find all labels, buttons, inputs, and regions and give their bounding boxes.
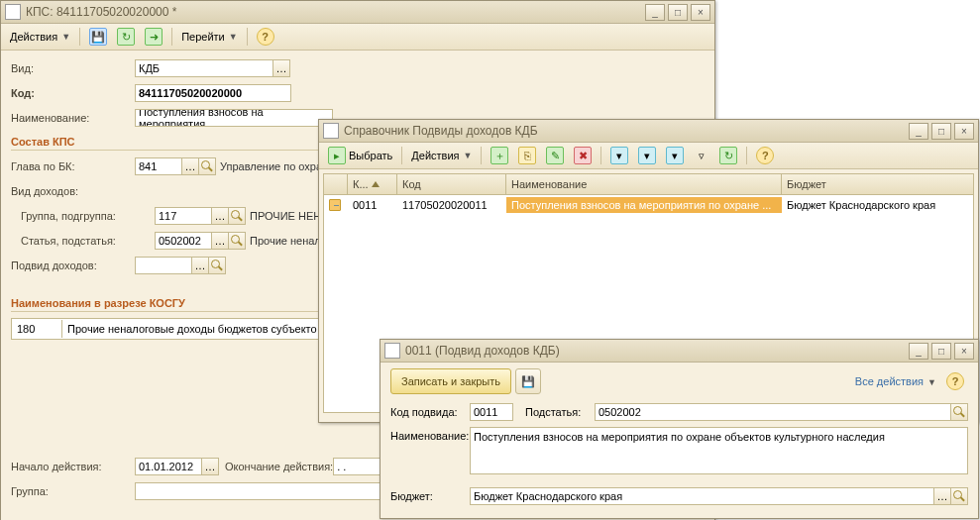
cell-kod: 11705020020011 bbox=[397, 197, 506, 213]
naimp-label: Наименование: bbox=[390, 427, 470, 442]
actions-menu[interactable]: Действия▼ bbox=[407, 148, 476, 163]
help-icon[interactable]: ? bbox=[253, 26, 278, 48]
delete-icon[interactable]: ✖ bbox=[570, 145, 596, 166]
save-close-button[interactable]: Записать и закрыть bbox=[390, 368, 511, 394]
budget-search[interactable] bbox=[950, 487, 968, 505]
col-budget[interactable]: Бюджет bbox=[782, 174, 973, 194]
grp-picker[interactable]: … bbox=[211, 207, 229, 225]
all-actions-menu[interactable]: Все действия ▼ bbox=[855, 375, 936, 387]
gruppa-input[interactable] bbox=[135, 482, 392, 500]
maximize-button[interactable]: □ bbox=[931, 123, 951, 140]
gruppa-label: Группа: bbox=[11, 485, 135, 497]
go-icon[interactable]: ➜ bbox=[141, 26, 166, 48]
filter-off-icon[interactable]: ▿ bbox=[690, 146, 713, 165]
kps-titlebar[interactable]: КПС: 84111705020020000 * _ □ × bbox=[1, 1, 714, 24]
vid-label: Вид: bbox=[11, 62, 135, 74]
filter1-icon[interactable]: ▾ bbox=[606, 145, 632, 166]
sort-asc-icon bbox=[372, 181, 380, 187]
help-icon[interactable]: ? bbox=[752, 145, 778, 166]
stat-label: Статья, подстатья: bbox=[11, 235, 155, 247]
subtype-window: 0011 (Подвид доходов КДБ) _ □ × Записать… bbox=[380, 339, 979, 519]
help-icon[interactable]: ? bbox=[942, 370, 968, 392]
glava-picker[interactable]: … bbox=[181, 157, 199, 175]
vid-picker[interactable]: … bbox=[272, 59, 290, 77]
dir-title: Справочник Подвиды доходов КДБ bbox=[344, 124, 538, 138]
grp-input[interactable]: 117 bbox=[155, 207, 212, 225]
cell-budget: Бюджет Краснодарского края bbox=[782, 197, 973, 213]
sub-input[interactable]: 0502002 bbox=[595, 403, 951, 421]
sub-label: Подстатья: bbox=[525, 406, 595, 418]
close-button[interactable]: × bbox=[691, 4, 710, 21]
close-button[interactable]: × bbox=[954, 343, 974, 360]
kod-input[interactable]: 84111705020020000 bbox=[135, 84, 291, 102]
kod-label: Код: bbox=[11, 87, 135, 99]
cell-naim: Поступления взносов на мероприятия по ох… bbox=[506, 197, 782, 213]
minimize-button[interactable]: _ bbox=[645, 4, 665, 21]
goto-menu[interactable]: Перейти▼ bbox=[177, 29, 242, 45]
copy-icon[interactable]: ⎘ bbox=[514, 145, 540, 166]
pod-picker[interactable]: … bbox=[191, 257, 209, 274]
naim-input[interactable]: Поступления взносов на мероприятия bbox=[135, 109, 333, 127]
window-icon bbox=[5, 4, 21, 20]
sub-search[interactable] bbox=[950, 403, 968, 421]
kps-toolbar: Действия▼ 💾 ↻ ➜ Перейти▼ ? bbox=[1, 24, 714, 51]
vid-doh-label: Вид доходов: bbox=[11, 185, 135, 197]
pod-label: Подвид доходов: bbox=[11, 260, 135, 271]
minimize-button[interactable]: _ bbox=[909, 123, 928, 140]
glava-desc: Управление по охране bbox=[220, 160, 334, 172]
pod-input[interactable] bbox=[135, 257, 192, 274]
col-naim[interactable]: Наименование bbox=[506, 174, 782, 194]
vid-input[interactable]: КДБ bbox=[135, 59, 273, 77]
minimize-button[interactable]: _ bbox=[909, 343, 928, 360]
nach-label: Начало действия: bbox=[11, 461, 135, 472]
actions-menu[interactable]: Действия▼ bbox=[6, 29, 74, 45]
grp-label: Группа, подгруппа: bbox=[11, 210, 155, 222]
dir-titlebar[interactable]: Справочник Подвиды доходов КДБ _ □ × bbox=[319, 120, 978, 143]
sub-titlebar[interactable]: 0011 (Подвид доходов КДБ) _ □ × bbox=[381, 340, 978, 363]
maximize-button[interactable]: □ bbox=[668, 4, 688, 21]
table-row[interactable]: – 0011 11705020020011 Поступления взносо… bbox=[324, 195, 973, 215]
cell-k: 0011 bbox=[348, 197, 397, 213]
stat-picker[interactable]: … bbox=[211, 232, 229, 250]
stat-search[interactable] bbox=[228, 232, 246, 250]
window-icon bbox=[384, 343, 400, 359]
dir-toolbar: ▸Выбрать Действия▼ ＋ ⎘ ✎ ✖ ▾ ▾ ▾ ▿ ↻ ? bbox=[319, 143, 978, 169]
okon-label: Окончание действия: bbox=[225, 461, 333, 472]
glava-search[interactable] bbox=[198, 157, 216, 175]
add-icon[interactable]: ＋ bbox=[487, 145, 512, 166]
window-icon bbox=[323, 123, 339, 139]
filter2-icon[interactable]: ▾ bbox=[634, 145, 660, 166]
budget-input[interactable]: Бюджет Краснодарского края bbox=[470, 487, 934, 505]
save-icon[interactable]: 💾 bbox=[515, 368, 541, 394]
close-button[interactable]: × bbox=[954, 123, 974, 140]
naimp-input[interactable] bbox=[470, 427, 968, 474]
budget-label: Бюджет: bbox=[390, 490, 470, 502]
pod-search[interactable] bbox=[208, 257, 226, 274]
kodp-input[interactable]: 0011 bbox=[470, 403, 513, 421]
sub-title: 0011 (Подвид доходов КДБ) bbox=[405, 344, 560, 358]
col-kod[interactable]: Код bbox=[397, 174, 506, 194]
edit-icon[interactable]: ✎ bbox=[542, 145, 568, 166]
nach-input[interactable]: 01.01.2012 bbox=[135, 458, 202, 475]
filter3-icon[interactable]: ▾ bbox=[662, 145, 688, 166]
save-icon[interactable]: 💾 bbox=[85, 26, 111, 48]
grid-header: К... Код Наименование Бюджет bbox=[324, 174, 973, 195]
budget-picker[interactable]: … bbox=[933, 487, 951, 505]
refresh-icon[interactable]: ↻ bbox=[715, 145, 741, 166]
kosgu-code[interactable]: 180 bbox=[12, 320, 62, 338]
grp-search[interactable] bbox=[228, 207, 246, 225]
glava-input[interactable]: 841 bbox=[135, 157, 182, 175]
refresh-icon[interactable]: ↻ bbox=[113, 26, 139, 48]
kps-title: КПС: 84111705020020000 * bbox=[26, 5, 176, 19]
maximize-button[interactable]: □ bbox=[931, 343, 951, 360]
nach-picker[interactable]: … bbox=[201, 458, 219, 475]
stat-input[interactable]: 0502002 bbox=[155, 232, 212, 250]
col-k[interactable]: К... bbox=[348, 174, 397, 194]
glava-label: Глава по БК: bbox=[11, 160, 135, 172]
kodp-label: Код подвида: bbox=[390, 406, 470, 418]
select-button[interactable]: ▸Выбрать bbox=[324, 145, 396, 166]
naim-label: Наименование: bbox=[11, 112, 135, 124]
